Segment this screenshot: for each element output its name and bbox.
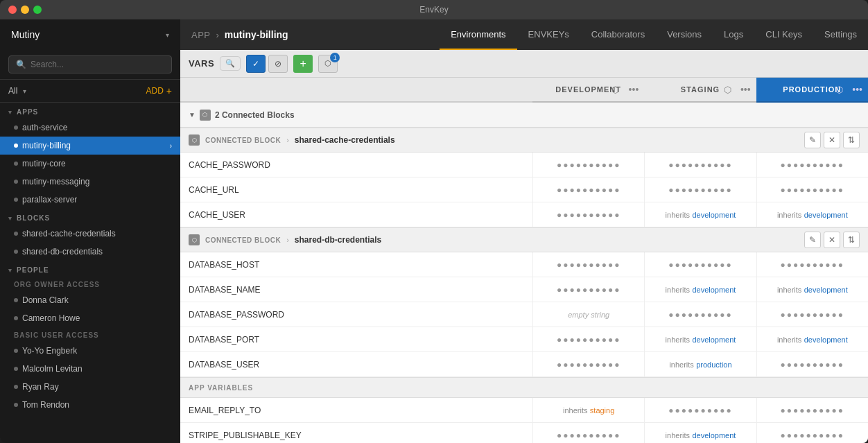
sidebar-item-tom-rendon[interactable]: Tom Rendon	[0, 396, 180, 414]
title-bar: EnvKey	[0, 0, 868, 19]
var-name: DATABASE_USER	[180, 352, 532, 376]
block2-sort-button[interactable]: ⇅	[843, 232, 860, 248]
search-box[interactable]: 🔍	[8, 55, 172, 73]
inherits-production-link[interactable]: production	[696, 361, 731, 369]
sidebar-item-shared-db-credentials[interactable]: shared-db-credentials	[0, 243, 180, 261]
production-more-icon[interactable]: •••	[852, 84, 862, 95]
sidebar-item-parallax-server[interactable]: parallax-server	[0, 191, 180, 209]
sidebar-item-label: Yo-Yo Engberk	[22, 346, 77, 356]
sidebar-item-yo-yo-engberk[interactable]: Yo-Yo Engberk	[0, 342, 180, 360]
prod-val: ●●●●●●●●●●	[756, 398, 868, 422]
sidebar-item-cameron-howe[interactable]: Cameron Howe	[0, 309, 180, 327]
inherits-development-link[interactable]: development	[804, 336, 848, 344]
sidebar-search-container: 🔍	[0, 50, 180, 80]
tab-envkeys[interactable]: ENVKEYs	[517, 19, 580, 50]
development-more-icon[interactable]: •••	[629, 84, 639, 95]
table-row: STRIPE_PUBLISHABLE_KEY ●●●●●●●●●● inheri…	[180, 423, 868, 443]
var-name: STRIPE_PUBLISHABLE_KEY	[180, 423, 532, 443]
sidebar-item-ryan-ray[interactable]: Ryan Ray	[0, 378, 180, 396]
block2-connected-label: CONNECTED BLOCK	[205, 236, 281, 244]
tab-nav: Environments ENVKEYs Collaborators Versi…	[440, 19, 868, 50]
block2-header: ⬡ CONNECTED BLOCK › shared-db-credential…	[180, 227, 868, 252]
block1-close-button[interactable]: ✕	[824, 132, 840, 148]
development-connect-icon[interactable]: ⬡	[611, 85, 619, 95]
collapse-arrow-icon[interactable]: ▼	[189, 111, 196, 119]
tab-versions[interactable]: Versions	[656, 19, 713, 50]
search-vars-button[interactable]: 🔍	[220, 56, 241, 71]
add-button[interactable]: ADD +	[146, 85, 172, 96]
blocks-section-label: BLOCKS	[17, 214, 50, 222]
inherits-development-link[interactable]: development	[692, 336, 736, 344]
tab-environments[interactable]: Environments	[440, 19, 517, 50]
connect-badge: 1	[330, 53, 340, 62]
maximize-button[interactable]	[33, 6, 42, 14]
production-connect-icon[interactable]: ⬡	[835, 85, 843, 95]
dots-value: ●●●●●●●●●●	[668, 185, 732, 195]
dots-value: ●●●●●●●●●●	[557, 210, 620, 220]
blocks-toggle-icon[interactable]: ▾	[8, 215, 12, 222]
sidebar: 🔍 All ▾ ADD + ▾ APPS auth-service	[0, 50, 180, 443]
block1-sort-button[interactable]: ⇅	[843, 132, 860, 148]
table-row: DATABASE_PASSWORD empty string ●●●●●●●●●…	[180, 302, 868, 327]
staging-val: inherits development	[644, 423, 756, 443]
top-nav: Mutiny ▾ APP › mutiny-billing Environmen…	[0, 19, 868, 50]
slash-icon[interactable]: ⊘	[268, 55, 288, 73]
check-icon[interactable]: ✓	[246, 55, 266, 73]
connect-block-button[interactable]: ⬡ 1	[318, 55, 338, 73]
tab-logs[interactable]: Logs	[713, 19, 754, 50]
tab-collaborators[interactable]: Collaborators	[580, 19, 656, 50]
block2-name: shared-db-credentials	[295, 235, 381, 245]
staging-more-icon[interactable]: •••	[740, 84, 751, 95]
table-row: CACHE_USER ●●●●●●●●●● inherits developme…	[180, 202, 868, 227]
sidebar-item-donna-clark[interactable]: Donna Clark	[0, 291, 180, 309]
inherits-development-link[interactable]: development	[692, 286, 736, 294]
apps-section-header: ▾ APPS	[0, 103, 180, 119]
sidebar-item-label: parallax-server	[22, 195, 77, 205]
people-toggle-icon[interactable]: ▾	[8, 267, 12, 274]
block2-edit-button[interactable]: ✎	[804, 232, 821, 248]
inherits-development-link[interactable]: development	[692, 431, 736, 440]
vars-toolbar: VARS 🔍 ✓ ⊘ + ⬡ 1	[180, 50, 868, 78]
sidebar-item-shared-cache-credentials[interactable]: shared-cache-credentials	[0, 225, 180, 243]
app-nav-label: Mutiny	[11, 29, 40, 40]
table-row: DATABASE_USER ●●●●●●●●●● inherits produc…	[180, 352, 868, 377]
block1-header: ⬡ CONNECTED BLOCK › shared-cache-credent…	[180, 128, 868, 153]
dots-value: ●●●●●●●●●●	[557, 160, 620, 170]
env-header: DEVELOPMENT ••• ⬡ STAGING ••• ⬡ PRODUCTI…	[180, 78, 868, 103]
inherits-staging-link[interactable]: staging	[590, 406, 614, 415]
table-row: DATABASE_PORT ●●●●●●●●●● inherits develo…	[180, 327, 868, 352]
close-button[interactable]	[8, 6, 17, 14]
production-label: PRODUCTION	[783, 85, 841, 94]
var-name: DATABASE_PASSWORD	[180, 302, 532, 327]
tab-cli-keys[interactable]: CLI Keys	[754, 19, 813, 50]
sidebar-item-malcolm-levitan[interactable]: Malcolm Levitan	[0, 360, 180, 378]
sidebar-item-mutiny-billing[interactable]: mutiny-billing ›	[0, 137, 180, 155]
sidebar-item-label: auth-service	[22, 123, 67, 132]
app-variables-divider: APP VARIABLES	[180, 377, 868, 398]
var-name: DATABASE_NAME	[180, 277, 532, 302]
inherits-development-link[interactable]: development	[692, 211, 736, 219]
apps-toggle-icon[interactable]: ▾	[8, 109, 12, 116]
sidebar-item-mutiny-core[interactable]: mutiny-core	[0, 155, 180, 173]
prod-val: inherits development	[756, 202, 868, 227]
empty-string-value: empty string	[568, 311, 609, 319]
dot-icon	[14, 403, 18, 407]
sidebar-item-auth-service[interactable]: auth-service	[0, 119, 180, 137]
tab-settings[interactable]: Settings	[813, 19, 868, 50]
staging-val: inherits development	[644, 202, 756, 227]
dots-value: ●●●●●●●●●●	[557, 431, 620, 440]
inherits-development-link[interactable]: development	[804, 211, 848, 219]
block1-edit-button[interactable]: ✎	[804, 132, 821, 148]
minimize-button[interactable]	[21, 6, 29, 14]
search-input[interactable]	[31, 60, 164, 69]
sidebar-item-mutiny-messaging[interactable]: mutiny-messaging	[0, 173, 180, 191]
sidebar-item-label: shared-cache-credentials	[22, 229, 116, 238]
staging-connect-icon[interactable]: ⬡	[724, 85, 731, 95]
block2-close-button[interactable]: ✕	[824, 232, 840, 248]
staging-col-header: STAGING ••• ⬡	[644, 78, 756, 103]
app-switcher[interactable]: Mutiny ▾	[0, 19, 180, 50]
inherits-development-link[interactable]: development	[804, 286, 848, 294]
block1-separator: ›	[286, 136, 289, 144]
staging-val: ●●●●●●●●●●	[644, 398, 756, 422]
add-var-button[interactable]: +	[293, 55, 313, 73]
